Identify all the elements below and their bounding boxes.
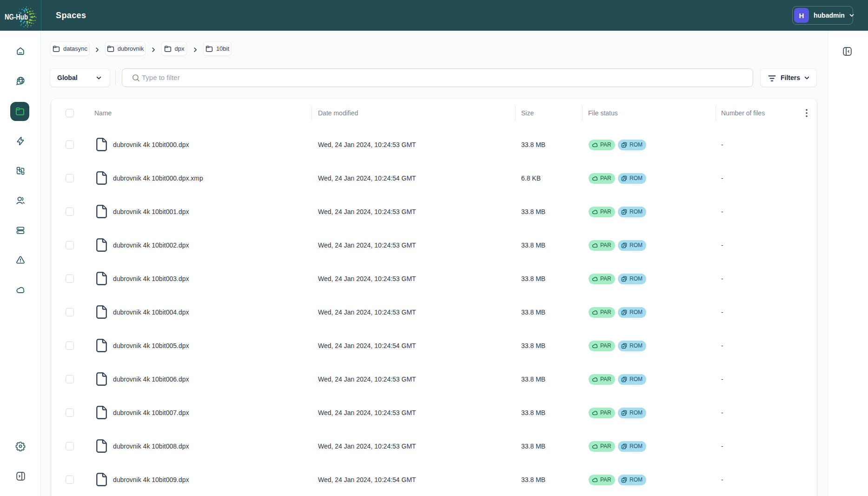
svg-text:TM: TM <box>28 20 31 21</box>
svg-text:NG-Hub: NG-Hub <box>5 13 28 21</box>
